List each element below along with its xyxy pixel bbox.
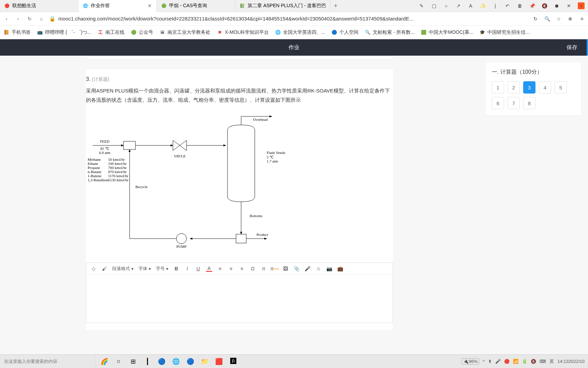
- ime-indicator[interactable]: 英: [549, 358, 554, 365]
- counter-badge[interactable]: 0: [578, 2, 585, 9]
- ie-icon[interactable]: 🔵: [184, 355, 196, 368]
- battery-icon[interactable]: 🔌 96%: [461, 358, 479, 365]
- arrow-icon[interactable]: ↗: [455, 2, 462, 9]
- music-icon[interactable]: ♫: [315, 266, 321, 272]
- close-icon[interactable]: ✕: [147, 3, 152, 9]
- app-6-icon[interactable]: 🅰: [227, 355, 239, 368]
- tray-up-icon[interactable]: ^: [483, 359, 485, 364]
- bookmark-7[interactable]: 🔵个人空间: [331, 29, 358, 36]
- record-icon[interactable]: ⏺: [553, 2, 560, 9]
- home-button[interactable]: ⌂: [38, 15, 45, 23]
- bookmark-8[interactable]: 🔍文献检索 - 所有数...: [365, 29, 414, 36]
- qnum-6[interactable]: 6: [492, 97, 504, 109]
- main-column[interactable]: 3. (计算题) 采用ASPEN PLUS模拟一个由混合器、闪蒸罐、分流器和泵组…: [0, 56, 479, 354]
- qnum-1[interactable]: 1: [492, 81, 504, 94]
- bookmark-2[interactable]: 工南工在线: [97, 29, 124, 36]
- tab-2[interactable]: 🟢甲烷 - CAS号查询: [157, 0, 235, 12]
- qnum-3[interactable]: 3: [523, 81, 535, 94]
- bookmark-5[interactable]: ✖X-MOL科学知识平台: [217, 29, 268, 36]
- image-icon[interactable]: 🖼: [282, 266, 289, 272]
- bookmark-10[interactable]: 🎓中国研究生招生信...: [479, 29, 530, 36]
- bookmark-9[interactable]: 🟩中国大学MOOC(慕...: [421, 29, 473, 36]
- back-button[interactable]: ‹: [3, 15, 10, 23]
- bold-button[interactable]: B: [173, 266, 179, 272]
- eraser-icon[interactable]: ◇: [90, 266, 97, 272]
- size-select[interactable]: 字号 ▾: [156, 266, 168, 272]
- refresh-icon[interactable]: ↻: [532, 15, 539, 22]
- pencil-icon[interactable]: ✎: [418, 2, 425, 9]
- tray-icon-1[interactable]: ⬆: [488, 359, 492, 364]
- weather-icon[interactable]: 🌈: [98, 355, 111, 368]
- brush-icon[interactable]: 🖌: [101, 266, 107, 272]
- omega-icon[interactable]: Ω: [250, 266, 256, 272]
- magic-icon[interactable]: ✨: [480, 2, 486, 9]
- undo-icon[interactable]: ↶: [504, 2, 511, 9]
- tray-icon-3[interactable]: 🔴: [504, 359, 510, 364]
- qnum-5[interactable]: 5: [555, 81, 567, 94]
- bookmark-label-2: 南工在线: [105, 29, 124, 36]
- new-tab-button[interactable]: +: [330, 2, 341, 10]
- flow-diagram: FEED 85 ℃ 6.8 atm VAVLE Flash Vessle 5 ℃…: [86, 111, 325, 255]
- volume-icon[interactable]: 🔇: [531, 359, 536, 364]
- tab-3[interactable]: 📗第二章 ASPEN PLUS入门 - 道客巴巴: [235, 0, 330, 12]
- url-input[interactable]: 🔒 mooc1.chaoxing.com/mooc2/work/dowork?c…: [49, 16, 528, 22]
- align-center-icon[interactable]: ≡: [228, 266, 234, 272]
- tab-title-1: 作业作答: [91, 3, 110, 9]
- svg-rect-4: [123, 141, 135, 150]
- extension-icon[interactable]: ⊕: [567, 15, 574, 22]
- format-select[interactable]: 段落格式 ▾: [112, 266, 134, 272]
- bookmark-3[interactable]: 🟢公众号: [131, 29, 153, 36]
- edge-icon[interactable]: 🌐: [170, 355, 182, 368]
- pin-icon[interactable]: 📌: [529, 2, 535, 9]
- bookmark-0[interactable]: 📙手机书签: [3, 29, 31, 36]
- qnum-4[interactable]: 4: [539, 81, 551, 94]
- app-1-icon[interactable]: 🔵: [156, 355, 168, 368]
- italic-button[interactable]: I: [184, 266, 190, 272]
- trash-icon[interactable]: 🗑: [516, 2, 523, 9]
- text-icon[interactable]: A: [467, 2, 474, 9]
- divider-icon: ┃: [141, 355, 153, 368]
- cortana-icon[interactable]: ○: [113, 355, 125, 368]
- mute-icon[interactable]: 🔇: [541, 2, 548, 9]
- tab-1[interactable]: 🌐作业作答✕: [78, 0, 157, 12]
- star-icon[interactable]: ☆: [555, 15, 562, 22]
- attach-icon[interactable]: 📎: [293, 266, 299, 272]
- bookmark-6[interactable]: 🌐全国大学英语四、...: [275, 29, 325, 36]
- reload-button[interactable]: ↻: [26, 15, 33, 23]
- align-right-icon[interactable]: ≡: [239, 266, 245, 272]
- search-icon[interactable]: 🔍: [544, 15, 550, 22]
- clock[interactable]: 14:132022/10: [557, 359, 585, 364]
- circle-icon[interactable]: ○: [443, 2, 450, 9]
- forward-button[interactable]: ›: [14, 15, 22, 23]
- save-button[interactable]: 保存: [557, 39, 588, 56]
- align-left-icon[interactable]: ≡: [217, 266, 223, 272]
- bookmark-4[interactable]: 🏛南京工业大学教务处: [159, 29, 210, 36]
- taskview-icon[interactable]: ⊞: [127, 355, 139, 368]
- bookmark-icon-4: 🏛: [159, 29, 165, 36]
- tray-icon-2[interactable]: 🎤: [495, 359, 501, 364]
- bookmark-1[interactable]: 📺哔哩哔哩 ( ゜- ゜)つ...: [37, 29, 91, 36]
- bag-icon[interactable]: 💼: [337, 266, 343, 272]
- tab-title-0: 联想酷生活: [12, 3, 36, 9]
- taskbar-search[interactable]: 在这里输入你要搜索的内容: [0, 355, 95, 368]
- close-tool-icon[interactable]: ✕: [565, 2, 572, 9]
- underline-button[interactable]: U: [195, 266, 201, 272]
- font-color-button[interactable]: A: [206, 266, 212, 272]
- mic-icon[interactable]: 🎤: [304, 266, 310, 272]
- battery-tray-icon[interactable]: 🔋: [522, 359, 527, 364]
- editor-textarea[interactable]: [86, 275, 393, 323]
- menu-icon[interactable]: ≡: [578, 15, 585, 22]
- keyboard-icon[interactable]: ⌨: [540, 359, 546, 364]
- wifi-icon[interactable]: 📶: [513, 359, 518, 364]
- font-select[interactable]: 字体 ▾: [138, 266, 151, 272]
- app-5-icon[interactable]: 🟥: [213, 355, 225, 368]
- tab-0[interactable]: 🔴联想酷生活: [0, 0, 78, 12]
- qnum-2[interactable]: 2: [508, 81, 520, 94]
- pi-icon[interactable]: π: [261, 266, 267, 272]
- qnum-7[interactable]: 7: [508, 97, 520, 109]
- camera-icon[interactable]: 📷: [326, 266, 332, 272]
- qnum-8[interactable]: 8: [523, 97, 535, 109]
- pi-beta-icon[interactable]: πbeta: [271, 266, 278, 272]
- square-icon[interactable]: ▢: [430, 2, 437, 9]
- explorer-icon[interactable]: 📁: [199, 355, 211, 368]
